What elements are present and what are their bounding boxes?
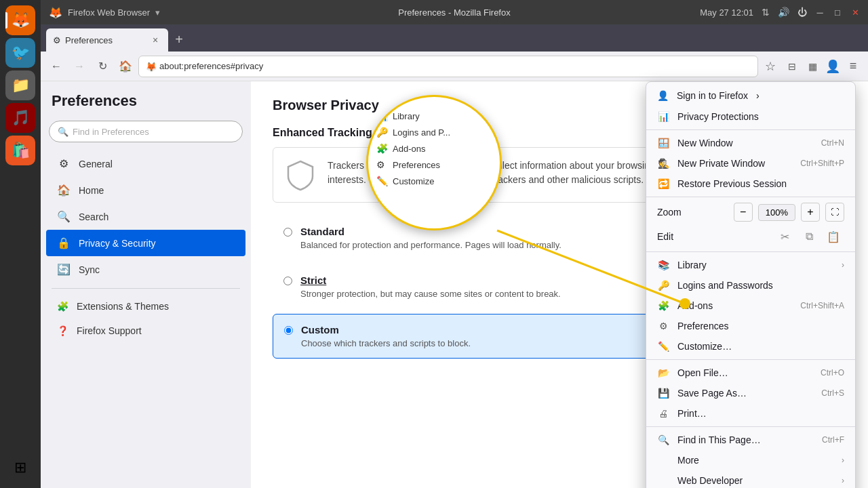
app-name-label: Firefox Web Browser bbox=[68, 7, 150, 18]
find-page-label: Find in This Page… bbox=[677, 434, 814, 445]
cut-button[interactable]: ✂ bbox=[774, 227, 795, 246]
custom-option-text: Custom Choose which trackers and scripts… bbox=[301, 324, 471, 348]
forward-button[interactable]: → bbox=[69, 56, 90, 77]
files-taskbar-icon[interactable]: 📁 bbox=[5, 70, 35, 100]
home-button[interactable]: 🏠 bbox=[115, 56, 136, 77]
close-button[interactable]: ✕ bbox=[850, 7, 860, 17]
mag-prefs-label: Preferences bbox=[393, 160, 440, 170]
pref-search-bar[interactable]: 🔍 Find in Preferences bbox=[49, 121, 243, 142]
menu-separator-2 bbox=[646, 197, 855, 197]
general-icon: ⚙ bbox=[57, 157, 71, 170]
address-label: about:preferences#privacy bbox=[159, 61, 751, 71]
sidebar-item-extensions[interactable]: 🧩 Extensions & Themes bbox=[46, 294, 245, 319]
menu-button[interactable]: ≡ bbox=[844, 57, 863, 76]
account-button[interactable]: 👤 bbox=[823, 57, 842, 76]
menu-item-customize[interactable]: ✏️ Customize… bbox=[646, 336, 855, 357]
mag-item-preferences: ⚙ Preferences bbox=[376, 157, 492, 173]
addons-shortcut: Ctrl+Shift+A bbox=[800, 301, 844, 310]
copy-button[interactable]: ⧉ bbox=[798, 227, 820, 246]
minimize-button[interactable]: ─ bbox=[815, 7, 825, 17]
menu-item-find[interactable]: 🔍 Find in This Page… Ctrl+F bbox=[646, 430, 855, 450]
mag-customize-icon: ✏️ bbox=[376, 176, 387, 186]
reader-view-button[interactable]: ▦ bbox=[803, 57, 822, 76]
shield-icon bbox=[284, 159, 317, 191]
private-window-label: New Private Window bbox=[677, 158, 792, 169]
mag-logins-label: Logins and P... bbox=[393, 127, 450, 138]
maximize-button[interactable]: □ bbox=[833, 7, 842, 17]
sidebar-divider bbox=[52, 288, 240, 289]
sidebar-item-privacy[interactable]: 🔒 Privacy & Security bbox=[46, 230, 245, 256]
network-icon: ⇅ bbox=[762, 7, 770, 18]
browser-window: 🦊 Firefox Web Browser ▾ Preferences - Mo… bbox=[41, 0, 868, 488]
sidebar-search-label: Search bbox=[79, 211, 108, 222]
appstore-taskbar-icon[interactable]: 🛍️ bbox=[5, 136, 35, 165]
datetime-label: May 27 12:01 bbox=[700, 7, 753, 18]
menu-item-addons[interactable]: 🧩 Add-ons Ctrl+Shift+A bbox=[646, 296, 855, 316]
zoom-in-button[interactable]: + bbox=[801, 203, 820, 222]
sync-icon: 🔄 bbox=[57, 263, 71, 276]
customize-label: Customize… bbox=[677, 341, 844, 352]
sidebar-general-label: General bbox=[79, 159, 113, 169]
zoom-fullscreen-button[interactable]: ⛶ bbox=[825, 203, 844, 222]
address-bar[interactable]: 🦊 about:preferences#privacy bbox=[138, 56, 758, 77]
logins-label: Logins and Passwords bbox=[677, 280, 844, 291]
firefox-taskbar-icon[interactable]: 🦊 bbox=[5, 5, 35, 35]
menu-item-preferences[interactable]: ⚙ Preferences bbox=[646, 316, 855, 336]
sidebar-item-general[interactable]: ⚙ General bbox=[46, 150, 245, 177]
sidebar-item-home[interactable]: 🏠 Home bbox=[46, 177, 245, 203]
tab-close-button[interactable]: × bbox=[149, 34, 161, 46]
more-arrow: › bbox=[842, 455, 844, 465]
menu-item-more[interactable]: More › bbox=[646, 450, 855, 470]
tab-icon: ⚙ bbox=[53, 35, 61, 45]
standard-desc: Balanced for protection and performance.… bbox=[300, 240, 561, 250]
apps-taskbar-icon[interactable]: ⊞ bbox=[5, 453, 35, 483]
paste-button[interactable]: 📋 bbox=[823, 227, 844, 246]
rhythmbox-taskbar-icon[interactable]: 🎵 bbox=[5, 103, 35, 133]
standard-radio[interactable] bbox=[283, 228, 292, 237]
collections-button[interactable]: ⊟ bbox=[783, 57, 802, 76]
addons-icon: 🧩 bbox=[657, 300, 669, 311]
mag-customize-label: Customize bbox=[393, 176, 434, 186]
menu-item-open-file[interactable]: 📂 Open File… Ctrl+O bbox=[646, 363, 855, 383]
web-dev-label: Web Developer bbox=[677, 475, 833, 486]
customize-icon: ✏️ bbox=[657, 341, 669, 352]
private-window-icon: 🕵 bbox=[657, 158, 669, 169]
new-tab-button[interactable]: + bbox=[170, 30, 189, 49]
sidebar-item-support[interactable]: ❓ Firefox Support bbox=[46, 319, 245, 343]
menu-item-logins[interactable]: 🔑 Logins and Passwords bbox=[646, 275, 855, 296]
volume-icon: 🔊 bbox=[778, 7, 789, 18]
back-button[interactable]: ← bbox=[46, 56, 66, 77]
reload-button[interactable]: ↻ bbox=[92, 56, 113, 77]
mag-library-label: Library bbox=[393, 111, 420, 121]
edit-row: Edit ✂ ⧉ 📋 bbox=[646, 224, 855, 249]
pref-search-placeholder: Find in Preferences bbox=[73, 127, 149, 137]
thunderbird-taskbar-icon[interactable]: 🐦 bbox=[5, 38, 35, 68]
zoom-row: Zoom − 100% + ⛶ bbox=[646, 200, 855, 224]
menu-item-new-window[interactable]: 🪟 New Window Ctrl+N bbox=[646, 133, 855, 153]
mag-addons-label: Add-ons bbox=[393, 144, 425, 154]
menu-item-library[interactable]: 📚 Library › bbox=[646, 255, 855, 275]
strict-radio[interactable] bbox=[283, 277, 292, 285]
menu-item-save[interactable]: 💾 Save Page As… Ctrl+S bbox=[646, 383, 855, 403]
menu-item-signin[interactable]: 👤 Sign in to Firefox › bbox=[646, 85, 855, 106]
menu-item-restore[interactable]: 🔁 Restore Previous Session bbox=[646, 174, 855, 194]
window-title: Preferences - Mozilla Firefox bbox=[398, 7, 510, 18]
signin-label: Sign in to Firefox bbox=[677, 90, 748, 101]
prefs-menu-label: Preferences bbox=[677, 321, 844, 331]
mag-item-addons: 🧩 Add-ons bbox=[376, 140, 492, 157]
menu-item-private[interactable]: 🕵 New Private Window Ctrl+Shift+P bbox=[646, 153, 855, 174]
sidebar-item-search[interactable]: 🔍 Search bbox=[46, 203, 245, 230]
library-arrow: › bbox=[842, 260, 844, 270]
sidebar-item-sync[interactable]: 🔄 Sync bbox=[46, 256, 245, 283]
bookmark-button[interactable]: ☆ bbox=[761, 57, 780, 76]
zoom-out-button[interactable]: − bbox=[734, 203, 753, 222]
menu-item-privacy[interactable]: 📊 Privacy Protections bbox=[646, 106, 855, 127]
menu-item-print[interactable]: 🖨 Print… bbox=[646, 403, 855, 424]
custom-radio[interactable] bbox=[284, 326, 293, 335]
sidebar-extensions-label: Extensions & Themes bbox=[77, 301, 169, 312]
menu-item-web-dev[interactable]: Web Developer › bbox=[646, 470, 855, 488]
menu-separator-1 bbox=[646, 129, 855, 130]
preferences-tab[interactable]: ⚙ Preferences × bbox=[46, 28, 168, 52]
sidebar-header: Preferences bbox=[41, 92, 251, 121]
mag-prefs-icon: ⚙ bbox=[376, 159, 387, 170]
